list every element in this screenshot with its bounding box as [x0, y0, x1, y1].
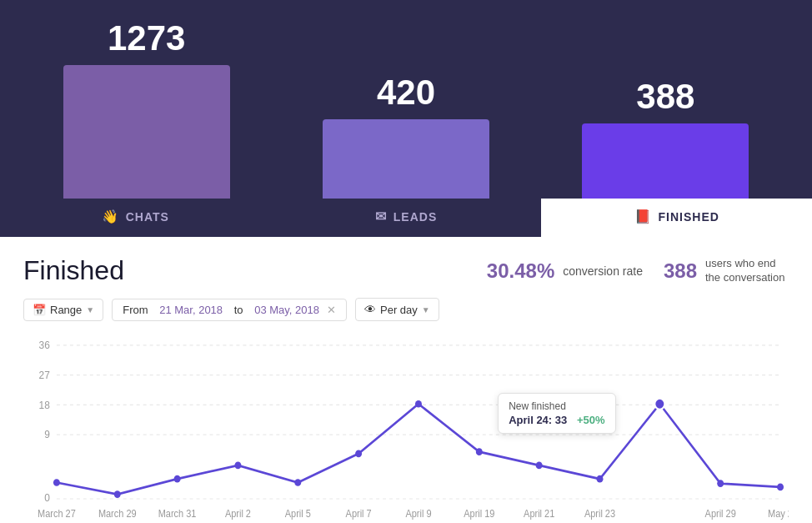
- finished-bar-item: 388: [536, 0, 795, 199]
- page-title: Finished: [23, 255, 124, 286]
- svg-point-15: [355, 450, 362, 458]
- svg-point-19: [597, 475, 604, 483]
- chats-bar-rect: [63, 65, 230, 199]
- svg-text:9: 9: [44, 429, 50, 441]
- chats-bar-item: 1273: [17, 0, 276, 199]
- from-date: 21 Mar, 2018: [159, 304, 223, 316]
- bar-chart-section: 1273 420 388: [0, 0, 812, 199]
- chats-icon: 👋: [102, 209, 119, 224]
- svg-text:March 27: March 27: [38, 508, 76, 518]
- svg-point-10: [53, 479, 60, 486]
- finished-bar-rect: [582, 123, 749, 199]
- to-date: 03 May, 2018: [254, 304, 319, 316]
- leads-bar-rect: [323, 119, 489, 199]
- svg-text:27: 27: [39, 369, 50, 381]
- svg-point-22: [777, 484, 784, 491]
- tabs-row: 👋 CHATS ✉ LEADS 📕 FINISHED: [0, 199, 812, 237]
- svg-text:April 9: April 9: [405, 508, 431, 518]
- tab-leads-label: LEADS: [393, 210, 437, 224]
- leads-icon: ✉: [375, 209, 387, 224]
- leads-bar-value: 420: [377, 73, 435, 113]
- svg-point-17: [476, 448, 483, 455]
- from-label: From: [123, 304, 148, 316]
- per-day-chevron-icon: ▼: [422, 305, 430, 314]
- line-chart: 36 27 18 9 0 March 27 March: [23, 336, 789, 523]
- conversion-label: conversion rate: [563, 264, 643, 278]
- svg-text:March 29: March 29: [98, 508, 137, 518]
- svg-point-12: [174, 475, 181, 483]
- tab-chats[interactable]: 👋 CHATS: [0, 199, 271, 237]
- svg-point-13: [234, 462, 241, 470]
- eye-icon: 👁: [364, 303, 376, 316]
- main-content: Finished 30.48% conversion rate 388 user…: [0, 237, 812, 523]
- svg-text:April 19: April 19: [464, 508, 494, 518]
- date-range-filter[interactable]: From 21 Mar, 2018 to 03 May, 2018 ✕: [112, 299, 347, 321]
- finished-icon: 📕: [634, 209, 652, 224]
- tab-finished-label: FINISHED: [659, 210, 719, 224]
- users-label: users who end the conversation: [705, 257, 789, 285]
- chart-area: 36 27 18 9 0 March 27 March: [23, 336, 789, 523]
- range-button[interactable]: 📅 Range ▼: [23, 299, 103, 321]
- svg-text:April 29: April 29: [705, 508, 736, 518]
- svg-text:36: 36: [39, 339, 50, 352]
- stats-row: 30.48% conversion rate 388 users who end…: [487, 257, 789, 285]
- close-date-range-icon[interactable]: ✕: [327, 304, 336, 316]
- finished-bar-value: 388: [636, 77, 694, 117]
- svg-text:May 2: May 2: [768, 508, 789, 518]
- tab-leads[interactable]: ✉ LEADS: [271, 199, 542, 237]
- per-day-button[interactable]: 👁 Per day ▼: [355, 298, 439, 321]
- svg-text:April 2: April 2: [225, 508, 251, 518]
- tab-chats-label: CHATS: [126, 210, 169, 224]
- svg-point-16: [415, 400, 422, 408]
- svg-text:0: 0: [44, 492, 50, 505]
- svg-point-11: [114, 490, 121, 498]
- svg-text:April 5: April 5: [285, 508, 311, 518]
- range-chevron-icon: ▼: [86, 305, 94, 314]
- per-day-label: Per day: [380, 304, 418, 316]
- svg-text:18: 18: [39, 399, 50, 411]
- filters-row: 📅 Range ▼ From 21 Mar, 2018 to 03 May, 2…: [23, 298, 789, 321]
- svg-text:April 23: April 23: [584, 508, 615, 518]
- chats-bar-value: 1273: [108, 18, 185, 58]
- conversion-rate: 30.48%: [487, 259, 554, 283]
- svg-point-14: [294, 479, 301, 486]
- svg-text:April 7: April 7: [346, 508, 372, 518]
- users-count: 388: [664, 259, 697, 283]
- tab-finished[interactable]: 📕 FINISHED: [541, 199, 812, 237]
- svg-text:March 31: March 31: [158, 508, 197, 518]
- svg-point-18: [536, 462, 543, 470]
- svg-point-21: [717, 480, 724, 487]
- calendar-icon: 📅: [33, 304, 46, 316]
- leads-bar-item: 420: [276, 0, 535, 199]
- content-header: Finished 30.48% conversion rate 388 user…: [23, 255, 789, 286]
- range-label: Range: [50, 304, 82, 316]
- svg-point-20: [654, 399, 664, 410]
- to-label: to: [234, 304, 243, 316]
- svg-text:April 21: April 21: [524, 508, 554, 518]
